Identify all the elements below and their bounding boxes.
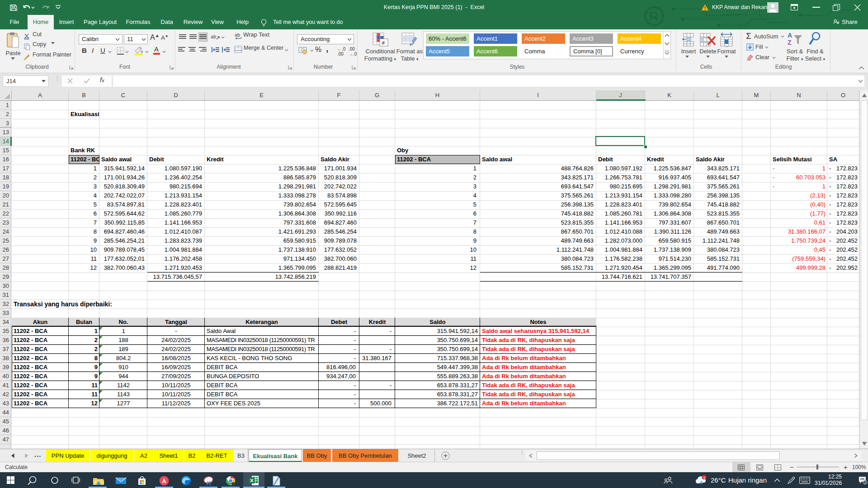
svg-text:1: 1 (703, 476, 706, 480)
svg-text:2: 2 (864, 480, 867, 484)
